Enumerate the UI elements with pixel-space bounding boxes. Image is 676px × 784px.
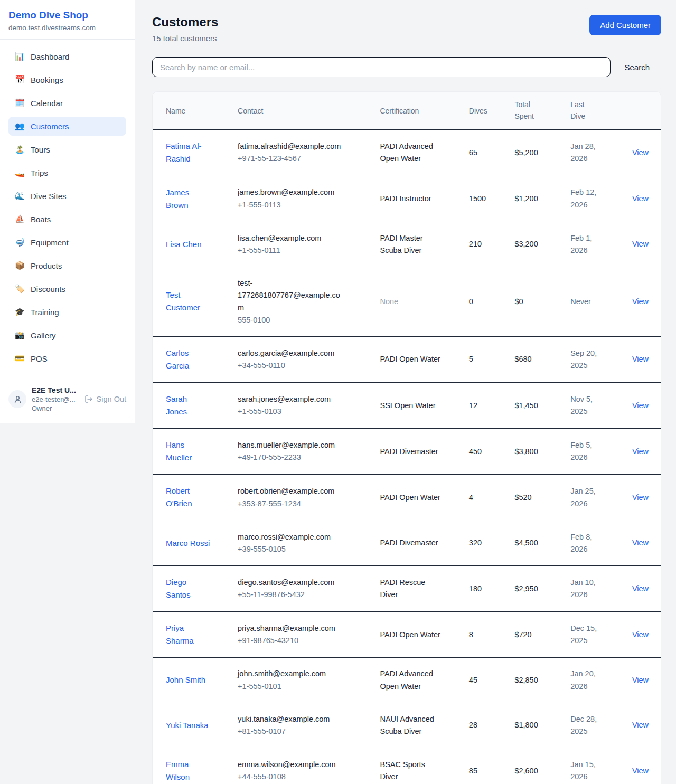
sidebar-item-boats[interactable]: ⛵Boats xyxy=(8,210,126,229)
customer-phone: +971-55-123-4567 xyxy=(238,153,367,165)
customer-certification-cell: None xyxy=(373,267,462,337)
customer-name-link[interactable]: Yuki Tanaka xyxy=(166,719,209,732)
view-link[interactable]: View xyxy=(632,401,649,410)
last-dive-text: Feb 1, 2026 xyxy=(570,232,601,257)
view-link[interactable]: View xyxy=(632,447,649,456)
graduation-cap-icon: 🎓 xyxy=(15,307,24,317)
calendar-pad-icon: 🗓️ xyxy=(15,98,24,108)
customer-dives-cell: 8 xyxy=(463,612,509,658)
customer-last-dive-cell: Jan 15, 2026 xyxy=(564,748,620,784)
customer-total-spent-cell: $680 xyxy=(508,336,564,382)
sidebar-item-bookings[interactable]: 📅Bookings xyxy=(8,70,126,89)
sidebar-item-label: Equipment xyxy=(31,238,69,247)
customer-name-link[interactable]: Hans Mueller xyxy=(166,439,210,464)
title-block: Customers 15 total customers xyxy=(152,15,218,43)
customer-name-link[interactable]: James Brown xyxy=(166,186,210,212)
customer-email: carlos.garcia@example.com xyxy=(238,347,346,360)
sidebar-item-dive-sites[interactable]: 🌊Dive Sites xyxy=(8,186,126,205)
view-link[interactable]: View xyxy=(632,676,649,684)
view-link[interactable]: View xyxy=(632,194,649,203)
sidebar-item-trips[interactable]: 🚤Trips xyxy=(8,163,126,182)
sign-out-button[interactable]: Sign Out xyxy=(84,395,126,403)
view-link[interactable]: View xyxy=(632,240,649,248)
sidebar-item-training[interactable]: 🎓Training xyxy=(8,303,126,322)
view-link[interactable]: View xyxy=(632,767,649,775)
sign-out-icon xyxy=(84,395,93,403)
col-header-contact: Contact xyxy=(231,92,373,130)
customer-dives-cell: 28 xyxy=(463,703,509,748)
certification-text: PADI Open Water xyxy=(380,353,440,365)
customer-dives-cell: 180 xyxy=(463,566,509,612)
view-link[interactable]: View xyxy=(632,539,649,547)
customer-dives-cell: 85 xyxy=(463,748,509,784)
customer-contact-cell: carlos.garcia@example.com +34-555-0110 xyxy=(231,336,373,382)
customer-name-link[interactable]: Test Customer xyxy=(166,289,210,314)
view-link[interactable]: View xyxy=(632,148,649,157)
customer-name-link[interactable]: Diego Santos xyxy=(166,576,210,601)
sidebar-item-equipment[interactable]: 🤿Equipment xyxy=(8,233,126,252)
customer-name-link[interactable]: Carlos Garcia xyxy=(166,347,210,372)
view-link[interactable]: View xyxy=(632,630,649,639)
add-customer-button[interactable]: Add Customer xyxy=(589,15,661,35)
view-link[interactable]: View xyxy=(632,297,649,306)
customer-name-cell: Hans Mueller xyxy=(153,429,231,475)
certification-text: PADI Divemaster xyxy=(380,446,438,458)
view-link[interactable]: View xyxy=(632,584,649,593)
customer-total-spent-cell: $1,800 xyxy=(508,703,564,748)
customer-name-link[interactable]: Marco Rossi xyxy=(166,537,210,550)
table-row: Lisa Chen lisa.chen@example.com +1-555-0… xyxy=(153,222,661,267)
sidebar-item-customers[interactable]: 👥Customers xyxy=(8,117,126,136)
sidebar-item-gallery[interactable]: 📸Gallery xyxy=(8,326,126,345)
customer-view-cell: View xyxy=(620,703,661,748)
customer-view-cell: View xyxy=(620,383,661,429)
customer-name-link[interactable]: Robert O'Brien xyxy=(166,485,210,510)
customer-email: lisa.chen@example.com xyxy=(238,232,346,244)
customer-contact-cell: james.brown@example.com +1-555-0113 xyxy=(231,176,373,222)
sidebar-item-products[interactable]: 📦Products xyxy=(8,256,126,275)
sidebar-item-calendar[interactable]: 🗓️Calendar xyxy=(8,93,126,112)
customer-certification-cell: NAUI Advanced Scuba Diver xyxy=(373,703,462,748)
sailboat-icon: ⛵ xyxy=(15,214,24,224)
view-link[interactable]: View xyxy=(632,721,649,729)
customer-total-spent-cell: $2,600 xyxy=(508,748,564,784)
sidebar-item-pos[interactable]: 💳POS xyxy=(8,349,126,368)
sidebar: Demo Dive Shop demo.test.divestreams.com… xyxy=(0,0,135,423)
table-row: Sarah Jones sarah.jones@example.com +1-5… xyxy=(153,383,661,429)
sidebar-item-label: Products xyxy=(31,261,62,270)
customer-certification-cell: PADI Advanced Open Water xyxy=(373,130,462,176)
main-content: Customers 15 total customers Add Custome… xyxy=(135,0,676,784)
customer-view-cell: View xyxy=(620,612,661,658)
customer-name-link[interactable]: Emma Wilson xyxy=(166,758,210,783)
customer-email: test-1772681807767@example.com xyxy=(238,277,346,314)
customer-last-dive-cell: Nov 5, 2025 xyxy=(564,383,620,429)
customer-total-spent-cell: $1,450 xyxy=(508,383,564,429)
search-button[interactable]: Search xyxy=(624,63,650,72)
customer-view-cell: View xyxy=(620,748,661,784)
customer-contact-cell: test-1772681807767@example.com 555-0100 xyxy=(231,267,373,337)
last-dive-text: Dec 28, 2025 xyxy=(570,713,601,738)
sidebar-item-tours[interactable]: 🏝️Tours xyxy=(8,140,126,159)
table-row: Emma Wilson emma.wilson@example.com +44-… xyxy=(153,748,661,784)
customer-name-link[interactable]: Fatima Al-Rashid xyxy=(166,140,210,165)
view-link[interactable]: View xyxy=(632,493,649,502)
customer-name-link[interactable]: Sarah Jones xyxy=(166,393,210,418)
customer-certification-cell: PADI Open Water xyxy=(373,475,462,521)
sidebar-item-label: Dive Sites xyxy=(31,192,67,201)
customer-dives-cell: 65 xyxy=(463,130,509,176)
sidebar-item-dashboard[interactable]: 📊Dashboard xyxy=(8,47,126,66)
customer-contact-cell: lisa.chen@example.com +1-555-0111 xyxy=(231,222,373,267)
search-input[interactable] xyxy=(152,57,611,77)
view-link[interactable]: View xyxy=(632,355,649,363)
sidebar-item-discounts[interactable]: 🏷️Discounts xyxy=(8,279,126,298)
customer-name-link[interactable]: Priya Sharma xyxy=(166,622,210,647)
customer-view-cell: View xyxy=(620,267,661,337)
customer-phone: +34-555-0110 xyxy=(238,360,367,372)
avatar xyxy=(8,390,26,408)
sidebar-item-label: Customers xyxy=(31,122,69,131)
table-row: Marco Rossi marco.rossi@example.com +39-… xyxy=(153,521,661,565)
customer-certification-cell: PADI Divemaster xyxy=(373,429,462,475)
sidebar-item-label: Bookings xyxy=(31,75,63,84)
customer-name-link[interactable]: Lisa Chen xyxy=(166,238,202,251)
customer-name-cell: Diego Santos xyxy=(153,566,231,612)
customer-name-link[interactable]: John Smith xyxy=(166,674,205,686)
